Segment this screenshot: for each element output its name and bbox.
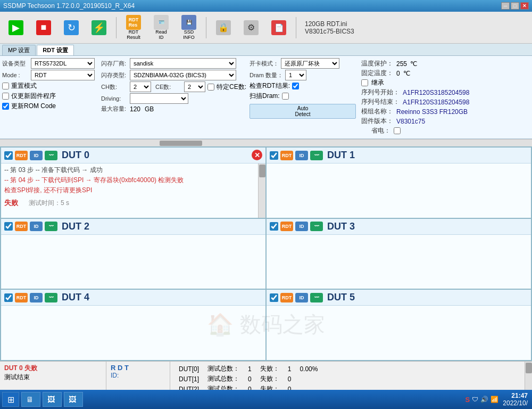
taskbar-item3[interactable]: 🖼	[64, 392, 83, 407]
rdt-result-icon: RDTRes	[126, 15, 141, 30]
dut0-wave-badge: 〰	[45, 151, 57, 160]
read-id-button[interactable]: 🪪 ReadID	[148, 14, 174, 41]
tab-mp[interactable]: MP 设置	[2, 45, 36, 55]
dut3-checkbox[interactable]	[270, 222, 278, 231]
toolbar-divider2	[206, 17, 206, 38]
file-info-line2: V8301c75-BICS3	[305, 28, 354, 35]
dut5-content	[267, 306, 531, 360]
max-capacity-value: 120	[130, 105, 140, 113]
scan-dram-row: 扫描Dram:	[250, 92, 356, 101]
h-scrollbar[interactable]	[0, 139, 532, 146]
reset-mode-row: 重置模式	[2, 81, 98, 91]
mode-select[interactable]: RDT	[31, 70, 95, 80]
device-type-select[interactable]: RTS5732DL	[31, 58, 95, 69]
stop-button[interactable]: ■	[31, 14, 56, 41]
temp-unit1: ℃	[410, 60, 417, 68]
inherit-checkbox[interactable]	[361, 79, 368, 86]
inherit-row: 继承	[361, 78, 528, 87]
sn-end-value: A1FR120S3185204598	[403, 99, 469, 106]
sn-start-label: 序列号开始：	[361, 88, 400, 97]
taskbar-right: S 🛡 🔊 📶 21:47 2022/10/	[466, 392, 530, 407]
dut5-title: DUT 5	[327, 292, 355, 303]
rdt-result-label: RDTResult	[127, 30, 140, 40]
inherit-label: 继承	[371, 78, 384, 87]
settings-button[interactable]: ⚙	[238, 14, 264, 41]
fw-version-row: 固件版本： V8301c75	[361, 117, 528, 126]
ce-select[interactable]: 2	[184, 81, 205, 92]
taskbar-item2[interactable]: 🖼	[43, 392, 62, 407]
status-row-0: DUT[0] 测试总数： 1 失败： 1 0.00%	[174, 364, 322, 374]
dut5-rdt-badge: RDT	[280, 293, 293, 302]
ssd-info-label: SSDINFO	[183, 30, 195, 40]
taskbar-item1[interactable]: 🖥	[21, 392, 40, 407]
open-card-select[interactable]: 还原原厂坏块	[281, 58, 339, 69]
dut1-checkbox[interactable]	[270, 151, 278, 160]
tray-icon-shield: 🛡	[472, 396, 478, 403]
maximize-button[interactable]: □	[511, 2, 519, 10]
specific-ce-label: 特定CE数:	[217, 83, 246, 92]
status-total1: 0	[244, 374, 256, 384]
dut-grid: RDT ID 〰 DUT 0 ✕ -- 第 03 步 -- 准备下载代码 → 成…	[0, 146, 532, 361]
dut4-checkbox[interactable]	[4, 293, 13, 302]
flash-button[interactable]: ⚡	[86, 14, 112, 41]
start-button[interactable]: ▶	[3, 14, 29, 41]
sn-end-label: 序列号结束：	[361, 97, 400, 107]
dut0-step1: -- 第 03 步 -- 准备下载代码 → 成功	[4, 166, 262, 175]
update-rom-checkbox[interactable]	[2, 103, 9, 110]
device-type-row: 设备类型 RTS5732DL	[2, 58, 98, 69]
close-button[interactable]: ✕	[520, 2, 529, 10]
sn-end-row: 序列号结束： A1FR120S3185204598	[361, 97, 528, 107]
check-rdt-row: 检查RDT结果:	[250, 81, 356, 91]
start-orb[interactable]: ⊞	[2, 392, 19, 407]
dut2-content	[1, 235, 265, 289]
doc-icon: 📄	[271, 20, 286, 35]
dut2-id-badge: ID	[30, 222, 43, 231]
ch-select[interactable]: 2	[130, 81, 151, 92]
refresh-button[interactable]: ↻	[59, 14, 84, 41]
dut0-scrollbar[interactable]	[258, 163, 265, 218]
tab-rdt[interactable]: RDT 设置	[37, 45, 74, 55]
flash-vendor-select[interactable]: sandisk	[130, 58, 236, 69]
dut2-checkbox[interactable]	[4, 222, 13, 231]
dram-qty-select[interactable]: 1	[285, 70, 306, 80]
lock-button[interactable]: 🔒	[211, 14, 236, 41]
status-total-label1: 测试总数：	[203, 374, 244, 384]
dram-qty-row: Dram 数量： 1	[250, 70, 356, 80]
status-fail-label1: 失败：	[256, 374, 284, 384]
specific-ce-checkbox[interactable]	[207, 84, 214, 91]
flash-type-select[interactable]: SDZNBIAMA-032G (BICS3)	[130, 70, 236, 80]
driving-select[interactable]	[130, 93, 188, 104]
dut2-header: RDT ID 〰 DUT 2	[1, 219, 265, 235]
dut0-close-button[interactable]: ✕	[252, 150, 262, 160]
auto-detect-button[interactable]: AutoDetect	[250, 104, 356, 119]
power-checkbox[interactable]	[394, 127, 401, 134]
fw-version-value: V8301c75	[396, 118, 425, 125]
status-total0: 1	[244, 364, 256, 374]
update-fw-checkbox[interactable]	[2, 93, 9, 100]
ssd-info-button[interactable]: 💾 SSDINFO	[176, 14, 202, 41]
read-id-icon: 🪪	[154, 15, 169, 30]
status-fail0: 1	[284, 364, 296, 374]
toolbar: ▶ ■ ↻ ⚡ RDTRes RDTResult 🪪 ReadID 💾 SSDI…	[0, 12, 532, 44]
rdt-result-button[interactable]: RDTRes RDTResult	[121, 14, 146, 41]
settings-col1: 设备类型 RTS5732DL Mode : RDT 重置模式 仅更新固件程序	[2, 58, 98, 136]
window-title: SSDMP Techsoon 1.72.0.0_20190510_R_X64	[3, 2, 135, 10]
mode-label: Mode :	[2, 72, 29, 78]
module-name-value: Reeinno S3S3 FR120GB	[396, 108, 468, 116]
minimize-button[interactable]: ─	[501, 2, 510, 10]
status-dut1: DUT[1]	[174, 374, 203, 384]
dut0-checkbox[interactable]	[4, 151, 13, 160]
h-thumb	[160, 141, 202, 146]
ce-row: CE数: 2 特定CE数:	[155, 81, 246, 92]
power-label: 省电：	[361, 126, 390, 135]
reset-mode-checkbox[interactable]	[2, 83, 9, 89]
driving-row: Driving:	[101, 93, 246, 104]
fw-version-label: 固件版本：	[361, 117, 393, 126]
doc-button[interactable]: 📄	[266, 14, 292, 41]
dut5-checkbox[interactable]	[270, 293, 278, 302]
dut3-title: DUT 3	[327, 221, 355, 232]
dut0-rdt-badge: RDT	[15, 151, 28, 160]
check-rdt-checkbox[interactable]	[292, 83, 299, 89]
dut-panel-4: RDT ID 〰 DUT 4	[1, 289, 266, 361]
scan-dram-checkbox[interactable]	[282, 93, 289, 100]
